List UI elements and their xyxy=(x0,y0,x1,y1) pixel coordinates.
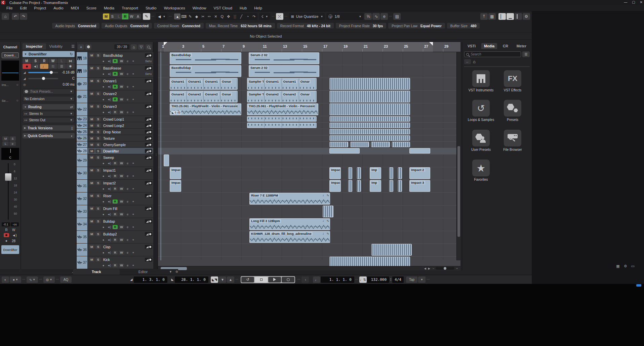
clip-midi[interactable]: Serum 2 02 xyxy=(249,65,319,77)
mute-button[interactable]: M xyxy=(89,155,94,160)
export-icon[interactable]: ⤒ xyxy=(480,13,488,20)
inspector-record-button[interactable] xyxy=(23,64,31,69)
monitor-icon[interactable]: ◄) xyxy=(107,213,111,216)
lower-zone-collapse-icon[interactable]: ▼ xyxy=(169,269,172,275)
mute-button[interactable]: M xyxy=(89,79,94,83)
clip-cells[interactable]: Sampler TracOsnare2Osnare2Osnar xyxy=(247,91,317,102)
clip-wave[interactable]: Long Fill 3 128bpm♩ ∿ xyxy=(249,218,330,230)
track-fader-icon[interactable] xyxy=(145,66,152,70)
mute-button[interactable]: M xyxy=(89,66,94,70)
clip-stripesthin[interactable] xyxy=(392,142,410,147)
monitor-icon[interactable]: ◄) xyxy=(107,174,111,178)
clip-bars[interactable] xyxy=(398,180,402,192)
clip-cells[interactable]: Sampler TracOsnare1Osnare1Osnar xyxy=(247,78,317,90)
channel-r-button[interactable]: R xyxy=(5,228,8,232)
event-grid[interactable]: BassBulidapSerum 2 02BassBulidapSerum 2 … xyxy=(158,52,460,260)
record-ready-icon[interactable]: ● xyxy=(101,162,106,165)
position-value[interactable]: 1. 1. 1. 0 xyxy=(321,276,354,283)
clip-stripesthin[interactable] xyxy=(329,135,410,141)
tap-tempo-button[interactable]: Tap xyxy=(406,276,417,283)
track-fader-icon[interactable] xyxy=(145,207,152,211)
menu-item-score[interactable]: Score xyxy=(83,5,100,11)
record-ready-icon[interactable]: ● xyxy=(101,85,106,88)
constrain-compensation-icon[interactable]: ◐ xyxy=(2,276,9,283)
back-icon[interactable]: ← xyxy=(464,59,471,64)
mute-button[interactable]: M xyxy=(89,206,94,211)
play-tool-icon[interactable]: ◔ xyxy=(244,13,251,19)
pan-row[interactable]: ◢ C xyxy=(23,76,75,81)
read-automation-button[interactable]: R xyxy=(113,212,118,216)
track-row[interactable]: 28MSDownlifter xyxy=(77,148,153,154)
inspector-lanes-icon[interactable]: ☰ xyxy=(57,64,66,69)
track-visibility-agents-icon[interactable]: ⌂ xyxy=(131,44,137,50)
erase-tool-icon[interactable]: ◆ xyxy=(193,13,200,19)
time-format-icon[interactable]: ♩ xyxy=(313,276,320,283)
clip-stripesthin[interactable] xyxy=(350,142,369,147)
track-row[interactable]: 22MSOsnare3●◄)RWe⚭ xyxy=(77,103,153,116)
track-fader-icon[interactable] xyxy=(145,232,152,236)
track-row[interactable]: 30MSImpact1●◄)RWe⚭ xyxy=(77,167,153,180)
menu-item-file[interactable]: File xyxy=(3,5,16,11)
tab-meter[interactable]: Meter xyxy=(514,43,529,49)
read-automation-button[interactable]: R xyxy=(113,97,118,101)
range-tool-icon[interactable]: ⌨ xyxy=(180,13,187,19)
status-buffer-size[interactable]: Buffer Size480 xyxy=(447,23,480,29)
autoscroll-dropdown[interactable]: ☇▼ xyxy=(259,13,270,20)
write-automation-button[interactable]: W xyxy=(119,187,124,191)
event-colors-icon[interactable]: ▤ xyxy=(393,13,401,20)
clip-cell[interactable]: Osnare1 xyxy=(265,78,282,89)
clip-cell[interactable]: Osnar xyxy=(220,78,237,89)
menu-item-audio[interactable]: Audio xyxy=(50,5,67,11)
edit-channel-icon[interactable]: e xyxy=(380,13,388,20)
onscreen-keyboard-icon[interactable]: ▦ xyxy=(616,264,619,268)
audio-align-icon[interactable]: ∿ xyxy=(372,13,380,20)
clip-cell[interactable]: Sampler Trac xyxy=(247,91,265,102)
write-automation-button[interactable]: W xyxy=(119,161,124,165)
clip-bars[interactable] xyxy=(357,167,361,179)
clip-plain[interactable] xyxy=(409,148,430,154)
clip-midi[interactable]: BassBulidap xyxy=(170,65,241,77)
punch-in-icon[interactable]: ▼ xyxy=(219,276,226,283)
media-tile-favorites[interactable]: ★Favorites xyxy=(466,160,496,181)
write-automation-button[interactable]: W xyxy=(119,263,124,267)
track-row[interactable]: 20MSOsnare1●◄)RWe⚭ xyxy=(77,78,153,90)
write-automation-button[interactable]: W xyxy=(119,238,124,242)
track-row[interactable]: 37MSKick●◄)RWe⚭ xyxy=(77,256,153,269)
status-project-pan-law[interactable]: Project Pan LawEqual Power xyxy=(388,23,445,29)
clip-wave[interactable]: THO.25.061 - PlayItFeelIt - Violin - Per… xyxy=(170,103,241,115)
output-routing-dropdown[interactable]: ↦Stereo Out▼ xyxy=(23,117,75,123)
track-row[interactable]: 25MSDrop Noise xyxy=(77,129,153,135)
mute-button[interactable]: M xyxy=(89,91,94,96)
clip-stripesthin[interactable] xyxy=(329,123,410,128)
clip-cell[interactable]: Sampler Trac xyxy=(247,78,265,89)
sends-section[interactable]: Se...⊙ xyxy=(2,98,19,103)
edit-channel-icon[interactable]: e xyxy=(125,264,130,267)
clip-cell[interactable]: Osnare1 xyxy=(170,78,187,89)
auto-quantize-button[interactable]: AQ xyxy=(60,276,72,283)
state-button-a[interactable]: A xyxy=(135,13,141,19)
link-icon[interactable]: ⚭ xyxy=(131,238,135,242)
link-icon[interactable]: ⚭ xyxy=(131,85,135,88)
state-button-w[interactable]: W xyxy=(128,13,135,19)
redo-icon[interactable]: ↷ xyxy=(20,13,27,20)
audio-record-mode-dropdown[interactable]: ∿▼ xyxy=(27,276,38,283)
media-tile-presets[interactable]: Presets xyxy=(498,100,527,122)
delay-row[interactable]: ◎ 0.00 ms xyxy=(23,82,75,87)
clip-bars[interactable] xyxy=(389,167,393,179)
tab-cr[interactable]: CR xyxy=(500,43,511,49)
search-input[interactable]: Search xyxy=(464,51,521,57)
inspector-m-button[interactable]: M xyxy=(23,58,31,63)
monitor-icon[interactable]: ◄) xyxy=(107,72,111,76)
tab-editor[interactable]: Editor xyxy=(120,269,166,275)
link-icon[interactable]: ⚭ xyxy=(131,72,135,76)
track-fader-icon[interactable] xyxy=(145,149,152,153)
setup-gear-icon[interactable]: ⚙ xyxy=(523,13,530,20)
left-zone-toggle-icon[interactable]: ▏ xyxy=(498,13,506,20)
status-control-room[interactable]: Control RoomConnected xyxy=(154,23,204,29)
status-audio-inputs[interactable]: Audio InputsConnected xyxy=(52,23,100,29)
edit-channel-icon[interactable]: e xyxy=(125,213,130,216)
clip-stripesthin[interactable] xyxy=(329,142,348,147)
track-row[interactable]: 35MSBulidap2●◄)RWe⚭ xyxy=(77,231,153,244)
tempo-track-icon[interactable]: ♩⇅ xyxy=(359,276,367,283)
monitor-icon[interactable]: ◄) xyxy=(107,200,111,203)
